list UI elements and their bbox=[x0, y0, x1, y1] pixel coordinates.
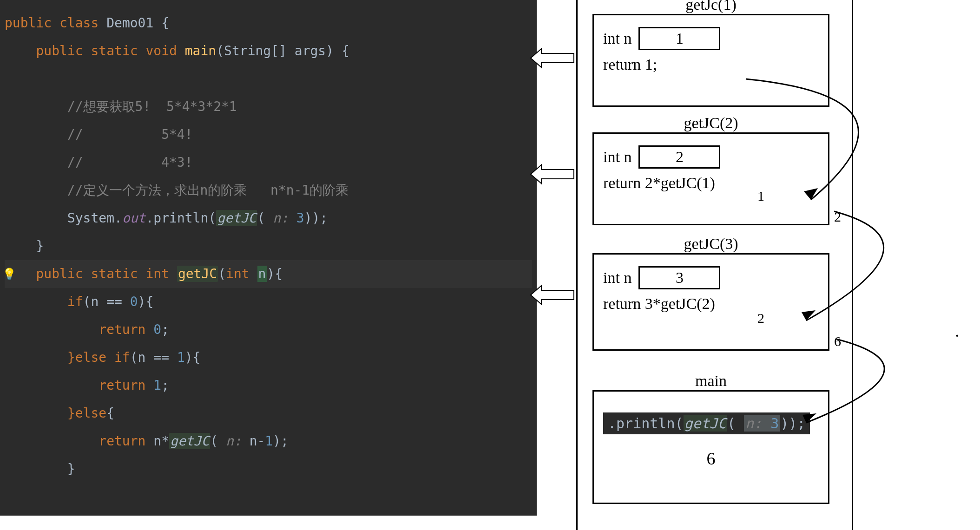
params-main: (String[] args) { bbox=[216, 43, 349, 59]
diagram-panel: getJc(1) int n 1 return 1; getJC(2) int … bbox=[537, 0, 980, 530]
code-comment-3[interactable]: // 4*3! bbox=[5, 149, 532, 177]
code-else-line[interactable]: }else{ bbox=[5, 399, 532, 427]
code-comment-2[interactable]: // 5*4! bbox=[5, 121, 532, 149]
frame2-title: getJC(2) bbox=[684, 114, 738, 132]
code-return-recursive[interactable]: return n*getJC( n: n-1); bbox=[5, 427, 532, 455]
code-line-blank1[interactable] bbox=[5, 65, 532, 93]
arrow-left-icon bbox=[530, 283, 576, 307]
frame4-title: main bbox=[695, 372, 727, 390]
curve-arrow-2 bbox=[737, 200, 969, 339]
arrow-left-icon bbox=[530, 46, 576, 70]
arrow-left-icon bbox=[530, 163, 576, 186]
lightbulb-icon[interactable]: 💡 bbox=[2, 260, 16, 288]
code-getjc-decl[interactable]: 💡 public static int getJC(int n){ bbox=[5, 260, 532, 288]
frame3-var-value: 3 bbox=[638, 266, 720, 289]
keyword-class: class bbox=[59, 15, 99, 31]
code-println-line[interactable]: System.out.println(getJC( n: 3)); bbox=[5, 204, 532, 232]
class-name: Demo01 bbox=[106, 15, 153, 31]
frame2-var-label: int n bbox=[603, 148, 631, 166]
frame1-var-value: 1 bbox=[638, 27, 720, 50]
code-elseif-line[interactable]: }else if(n == 1){ bbox=[5, 344, 532, 372]
frame3-var-label: int n bbox=[603, 269, 631, 287]
frame1-var-label: int n bbox=[603, 30, 631, 47]
code-line-1[interactable]: public class Demo01 { bbox=[5, 9, 532, 37]
frame4-result: 6 bbox=[603, 448, 819, 469]
frame1-title: getJc(1) bbox=[685, 0, 737, 13]
keyword-void: void bbox=[145, 43, 177, 59]
method-getjc: getJC bbox=[177, 266, 218, 282]
code-comment-4[interactable]: //定义一个方法，求出n的阶乘 n*n-1的阶乘 bbox=[5, 177, 532, 204]
keyword-public: public bbox=[36, 43, 83, 59]
code-closebrace-main[interactable]: } bbox=[5, 232, 532, 260]
code-line-2[interactable]: public static void main(String[] args) { bbox=[5, 37, 532, 65]
keyword-static: static bbox=[91, 43, 138, 59]
curve-arrow-3 bbox=[737, 325, 969, 446]
code-return1-line[interactable]: return 1; bbox=[5, 372, 532, 399]
frame1-var-row: int n 1 bbox=[603, 27, 819, 50]
method-main: main bbox=[185, 43, 216, 59]
code-closebrace-else[interactable]: } bbox=[5, 455, 532, 483]
code-editor-panel: public class Demo01 { public static void… bbox=[0, 0, 537, 516]
code-return0-line[interactable]: return 0; bbox=[5, 316, 532, 344]
code-if-line[interactable]: if(n == 0){ bbox=[5, 288, 532, 316]
call-getjc: getJC bbox=[216, 210, 257, 226]
code-comment-1[interactable]: //想要获取5! 5*4*3*2*1 bbox=[5, 93, 532, 121]
frame2-var-value: 2 bbox=[638, 145, 720, 169]
keyword-public: public bbox=[5, 15, 52, 31]
frame3-title: getJC(3) bbox=[684, 235, 738, 253]
